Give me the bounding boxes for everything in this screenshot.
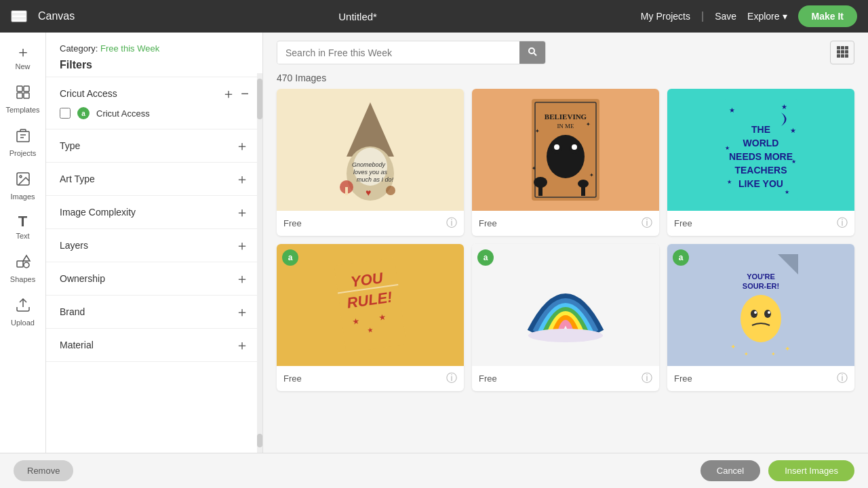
material-section-title: Material xyxy=(60,340,94,350)
svg-rect-28 xyxy=(345,187,348,195)
sidebar-item-new[interactable]: ＋ New xyxy=(0,38,45,77)
svg-line-14 xyxy=(534,54,537,56)
material-expand-button[interactable]: ＋ xyxy=(235,338,249,352)
remove-button[interactable]: Remove xyxy=(14,460,73,481)
layers-expand-button[interactable]: ＋ xyxy=(235,239,249,252)
image-card-1[interactable]: Gnomebody loves you as much as I do! ♥ F… xyxy=(277,89,464,236)
svg-rect-3 xyxy=(24,93,29,98)
filter-section-art-type-header[interactable]: Art Type ＋ xyxy=(60,172,249,186)
svg-rect-20 xyxy=(845,50,848,54)
search-input[interactable] xyxy=(277,42,519,64)
image-card-2[interactable]: ✦ ✦ ✦ ✦ BELIEVING IN ME xyxy=(472,89,659,236)
image-card-4[interactable]: a YOU RULE! ★ ★ xyxy=(277,244,464,391)
cancel-button[interactable]: Cancel xyxy=(701,460,760,481)
svg-rect-21 xyxy=(837,54,840,58)
sidebar-item-text[interactable]: T Text xyxy=(0,207,45,247)
image-card-3-info-button[interactable]: ⓘ xyxy=(837,216,848,230)
my-projects-button[interactable]: My Projects xyxy=(641,11,690,22)
filter-scrollbar-bottom xyxy=(257,434,262,447)
svg-text:IN ME: IN ME xyxy=(557,123,574,129)
art-type-expand-button[interactable]: ＋ xyxy=(235,172,249,186)
grid-view-toggle[interactable] xyxy=(830,41,854,64)
grid-icon xyxy=(836,45,848,58)
svg-text:BELIEVING: BELIEVING xyxy=(545,113,587,121)
svg-text:TEACHERS: TEACHERS xyxy=(734,165,787,176)
hamburger-menu-button[interactable] xyxy=(11,10,27,22)
svg-rect-9 xyxy=(17,261,23,267)
cricut-access-section-title: Cricut Access xyxy=(60,88,117,99)
cricut-access-expand-button[interactable]: ＋ xyxy=(222,87,235,100)
filter-section-ownership-header[interactable]: Ownership ＋ xyxy=(60,272,249,285)
svg-text:★: ★ xyxy=(729,106,735,114)
image-card-4-thumbnail: YOU RULE! ★ ★ ★ xyxy=(277,244,464,366)
plus-icon: ＋ xyxy=(16,45,31,60)
image-card-6[interactable]: a xyxy=(667,244,854,391)
image-card-6-info-button[interactable]: ⓘ xyxy=(837,371,848,386)
filter-section-image-complexity-header[interactable]: Image Complexity ＋ xyxy=(60,205,249,219)
svg-point-13 xyxy=(529,48,534,54)
image-card-5-thumbnail xyxy=(472,244,659,366)
category-line: Category: Free this Week xyxy=(60,43,249,54)
search-button[interactable] xyxy=(519,41,545,64)
svg-rect-22 xyxy=(841,54,844,58)
svg-text:LIKE YOU: LIKE YOU xyxy=(738,178,783,189)
svg-text:✦: ✦ xyxy=(771,351,776,357)
image-card-5[interactable]: a Free xyxy=(472,244,659,391)
image-card-4-info-button[interactable]: ⓘ xyxy=(446,371,457,386)
image-complexity-expand-button[interactable]: ＋ xyxy=(235,205,249,219)
bottom-bar: Remove Cancel Insert Images xyxy=(0,453,868,488)
topnav-right-actions: My Projects | Save Explore ▾ Make It xyxy=(641,5,857,27)
separator: | xyxy=(701,10,704,22)
sidebar-item-shapes[interactable]: Shapes xyxy=(0,247,45,290)
filter-scrollbar-track xyxy=(257,73,262,453)
content-area: 470 Images xyxy=(263,33,868,453)
image-card-5-info-button[interactable]: ⓘ xyxy=(642,371,652,386)
cricut-access-checkbox[interactable] xyxy=(60,108,71,119)
brand-expand-button[interactable]: ＋ xyxy=(235,305,249,319)
type-expand-button[interactable]: ＋ xyxy=(235,139,249,152)
svg-point-76 xyxy=(764,310,771,318)
cricut-access-item: a Cricut Access xyxy=(60,100,249,119)
filter-scroll-area: Cricut Access ＋ − a Cricut Access Type ＋ xyxy=(46,77,262,453)
svg-text:✦: ✦ xyxy=(586,121,591,127)
ownership-section-title: Ownership xyxy=(60,273,105,284)
filters-title: Filters xyxy=(60,59,249,71)
sidebar-item-images[interactable]: Images xyxy=(0,164,45,207)
svg-rect-23 xyxy=(845,54,848,58)
filter-section-ownership: Ownership ＋ xyxy=(46,262,262,296)
filter-scrollbar-thumb[interactable] xyxy=(257,79,262,119)
filter-section-brand-header[interactable]: Brand ＋ xyxy=(60,305,249,319)
image-card-3-footer: Free ⓘ xyxy=(667,211,854,236)
filter-panel-header: Category: Free this Week Filters xyxy=(46,33,262,77)
image-card-2-thumbnail: ✦ ✦ ✦ ✦ BELIEVING IN ME xyxy=(472,89,659,211)
category-link[interactable]: Free this Week xyxy=(100,43,159,54)
filter-section-type: Type ＋ xyxy=(46,129,262,163)
explore-button[interactable]: Explore ▾ xyxy=(747,11,787,22)
ownership-expand-button[interactable]: ＋ xyxy=(235,272,249,285)
brand-section-title: Brand xyxy=(60,306,85,317)
image-card-4-price: Free xyxy=(283,373,302,384)
image-card-3[interactable]: ★ ★ ★ ★ ★ ★ ★ THE WORLD NEEDS MORE TEACH… xyxy=(667,89,854,236)
yousourer-svg: YOU'RE SOUR-ER! ✦ ✦ ✦ ✦ xyxy=(717,251,805,359)
filter-section-layers-header[interactable]: Layers ＋ xyxy=(60,239,249,252)
svg-text:SOUR-ER!: SOUR-ER! xyxy=(743,282,779,290)
image-card-2-info-button[interactable]: ⓘ xyxy=(642,216,652,230)
image-complexity-section-title: Image Complexity xyxy=(60,207,136,218)
filter-section-image-complexity: Image Complexity ＋ xyxy=(46,196,262,229)
sidebar-item-templates[interactable]: Templates xyxy=(0,77,45,121)
filter-section-brand: Brand ＋ xyxy=(46,296,262,329)
art-type-section-title: Art Type xyxy=(60,174,95,184)
sidebar-item-projects[interactable]: Projects xyxy=(0,121,45,164)
filter-section-material-header[interactable]: Material ＋ xyxy=(60,338,249,352)
icon-sidebar: ＋ New Templates xyxy=(0,33,46,453)
make-it-button[interactable]: Make It xyxy=(798,5,857,27)
sidebar-item-upload[interactable]: Upload xyxy=(0,290,45,333)
cricut-access-collapse-button[interactable]: − xyxy=(241,87,249,100)
save-button[interactable]: Save xyxy=(715,11,736,22)
image-card-1-info-button[interactable]: ⓘ xyxy=(446,216,457,230)
insert-images-button[interactable]: Insert Images xyxy=(768,460,854,481)
templates-icon xyxy=(15,84,31,103)
filter-section-type-header[interactable]: Type ＋ xyxy=(60,139,249,152)
image-card-3-price: Free xyxy=(674,218,692,228)
filter-section-cricut-access-header[interactable]: Cricut Access ＋ − xyxy=(60,87,249,100)
